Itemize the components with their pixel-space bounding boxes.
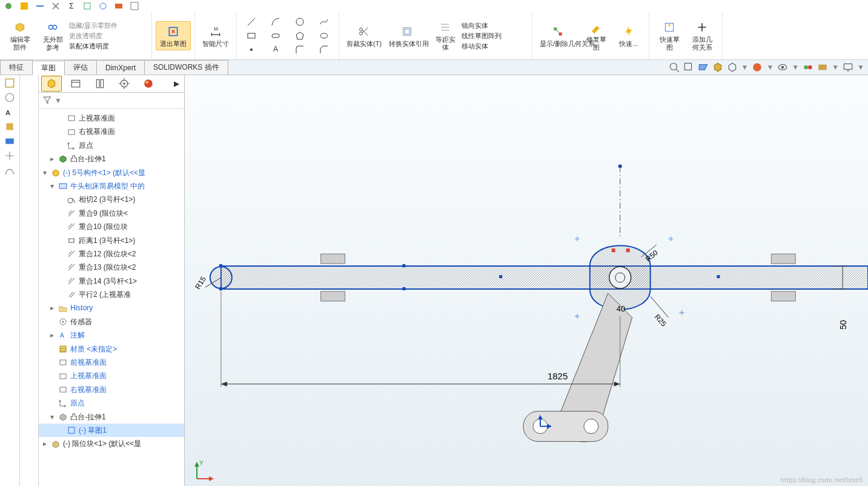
rail-icon[interactable]: [4, 150, 15, 161]
view-cube-icon[interactable]: [727, 62, 738, 73]
appearance-icon[interactable]: [752, 62, 763, 73]
qa-icon[interactable]: [51, 1, 61, 11]
tree-row[interactable]: 重合12 (限位块<2: [39, 247, 184, 261]
feature-tree[interactable]: 上视基准面右视基准面原点▸凸台-拉伸1▾(-) 5号构件<1> (默认<<显▾牛…: [39, 109, 184, 486]
tree-row[interactable]: ▾(-) 5号构件<1> (默认<<显: [39, 166, 184, 179]
convert-entities-button[interactable]: 转换实体引用: [385, 22, 429, 50]
tree-twisty[interactable]: ▸: [41, 438, 48, 450]
zoom-area-icon[interactable]: [683, 62, 694, 73]
tree-row[interactable]: 右视基准面: [39, 383, 184, 396]
fillet-tool[interactable]: [289, 44, 311, 56]
tree-row[interactable]: (-) 草图1: [39, 424, 184, 437]
tree-row[interactable]: 上视基准面: [39, 112, 184, 125]
tree-row[interactable]: 传感器: [39, 315, 184, 328]
assembly-transparency[interactable]: 装配体透明度: [69, 42, 109, 51]
tree-row[interactable]: 材质 <未指定>: [39, 342, 184, 356]
fp-tab-config[interactable]: [65, 76, 86, 92]
hide-show-icon[interactable]: [777, 62, 788, 73]
rect-tool[interactable]: [240, 30, 262, 42]
ext-ref-button[interactable]: 无外部 参考: [36, 18, 69, 53]
tab-dimxpert[interactable]: DimXpert: [96, 60, 145, 75]
tree-row[interactable]: ▾凸台-拉伸1: [39, 410, 184, 424]
orient-icon[interactable]: [712, 62, 723, 73]
qa-icon[interactable]: [35, 1, 45, 11]
tree-twisty[interactable]: ▾: [48, 180, 56, 192]
tree-row[interactable]: ▸History: [39, 301, 184, 315]
quick-button[interactable]: 快速...: [612, 22, 645, 50]
section-icon[interactable]: [698, 62, 709, 73]
scene-icon[interactable]: [817, 62, 828, 73]
tree-row[interactable]: 重合14 (3号杆<1>: [39, 275, 184, 288]
rail-icon[interactable]: [4, 165, 15, 176]
sigma-icon[interactable]: Σ: [67, 1, 76, 11]
fp-tab-tree[interactable]: [41, 76, 62, 92]
zoom-fit-icon[interactable]: [669, 62, 680, 73]
tree-row[interactable]: 平行2 (上视基准: [39, 288, 184, 301]
tree-row[interactable]: 距离1 (3号杆<1>): [39, 234, 184, 247]
tree-row[interactable]: ▸A注解: [39, 328, 184, 342]
rail-icon[interactable]: [4, 121, 15, 132]
add-relation-button[interactable]: 添加几 何关系: [686, 18, 718, 53]
tree-row[interactable]: 右视基准面: [39, 125, 184, 138]
qa-icon[interactable]: [114, 1, 124, 11]
fp-tab-appearance[interactable]: [114, 76, 134, 92]
slot-tool[interactable]: [265, 30, 287, 42]
display-relations-button[interactable]: 显示/删除几何关系: [536, 22, 580, 50]
render-icon[interactable]: [803, 62, 813, 73]
tree-twisty[interactable]: ▾: [41, 167, 48, 179]
tree-row[interactable]: ▾牛头刨床简易模型 中的: [39, 179, 184, 193]
rail-icon[interactable]: [4, 92, 15, 103]
spline-tool[interactable]: [313, 16, 335, 28]
quick-sketch-button[interactable]: 快速草 图: [653, 18, 686, 53]
linear-pattern[interactable]: 线性草图阵列: [462, 32, 502, 41]
tab-sketch[interactable]: 草图: [32, 61, 65, 75]
tree-twisty[interactable]: ▾: [48, 411, 56, 423]
tree-row[interactable]: ▸(-) 限位块<1> (默认<<显: [39, 437, 184, 450]
rail-icon[interactable]: [4, 136, 15, 147]
fp-tab-render[interactable]: [138, 76, 159, 92]
trim-button[interactable]: 剪裁实体(T): [343, 22, 385, 50]
tree-row[interactable]: 重合10 (限位块: [39, 220, 184, 233]
filter-icon[interactable]: [42, 95, 52, 107]
tab-feature[interactable]: 特征: [0, 60, 33, 75]
qa-icon[interactable]: [82, 1, 92, 11]
qa-icon[interactable]: [130, 1, 139, 11]
tree-twisty[interactable]: ▸: [48, 302, 56, 314]
repair-sketch-button[interactable]: 修复草 图: [580, 18, 612, 53]
tab-addins[interactable]: SOLIDWORKS 插件: [144, 60, 228, 75]
fp-expand-icon[interactable]: ▶: [171, 79, 182, 88]
tree-row[interactable]: 上视基准面: [39, 369, 184, 382]
qa-icon[interactable]: [98, 1, 108, 11]
tree-row[interactable]: 原点: [39, 396, 184, 410]
tree-row[interactable]: 相切2 (3号杆<1>): [39, 193, 184, 206]
tree-row[interactable]: 重合13 (限位块<2: [39, 261, 184, 274]
tree-row[interactable]: 前视基准面: [39, 356, 184, 369]
move-entities[interactable]: 移动实体: [462, 42, 488, 51]
arc-tool[interactable]: [265, 16, 287, 28]
fp-tab-display[interactable]: [90, 76, 110, 92]
mirror-entities[interactable]: 镜向实体: [462, 21, 488, 30]
tab-evaluate[interactable]: 评估: [64, 60, 97, 75]
edit-part-button[interactable]: 编辑零 部件: [4, 18, 36, 53]
offset-button[interactable]: 等距实 体: [429, 18, 462, 53]
exit-sketch-button[interactable]: 退出草图: [156, 21, 191, 51]
text-tool[interactable]: A: [265, 44, 287, 55]
chamfer-tool[interactable]: [313, 44, 335, 56]
qa-icon[interactable]: [19, 1, 29, 11]
graphics-area[interactable]: 1825 R15 R25 R50 50 40: [185, 75, 868, 486]
tree-row[interactable]: 原点: [39, 139, 184, 152]
tree-row[interactable]: 重合9 (限位块<: [39, 207, 184, 220]
display-icon[interactable]: [843, 62, 853, 73]
ellipse-tool[interactable]: [313, 30, 335, 42]
tree-twisty[interactable]: ▸: [48, 153, 56, 165]
tree-row[interactable]: ▸凸台-拉伸1: [39, 152, 184, 165]
circle-tool[interactable]: [289, 16, 311, 28]
tree-twisty[interactable]: ▸: [48, 329, 56, 341]
rail-icon[interactable]: [4, 78, 15, 88]
smart-dimension-button[interactable]: 10 智能尺寸: [199, 22, 233, 50]
polygon-tool[interactable]: [289, 30, 311, 42]
rail-icon[interactable]: A: [4, 107, 15, 118]
line-tool[interactable]: [240, 16, 262, 28]
qa-icon[interactable]: [4, 1, 13, 11]
point-tool[interactable]: [240, 44, 262, 56]
